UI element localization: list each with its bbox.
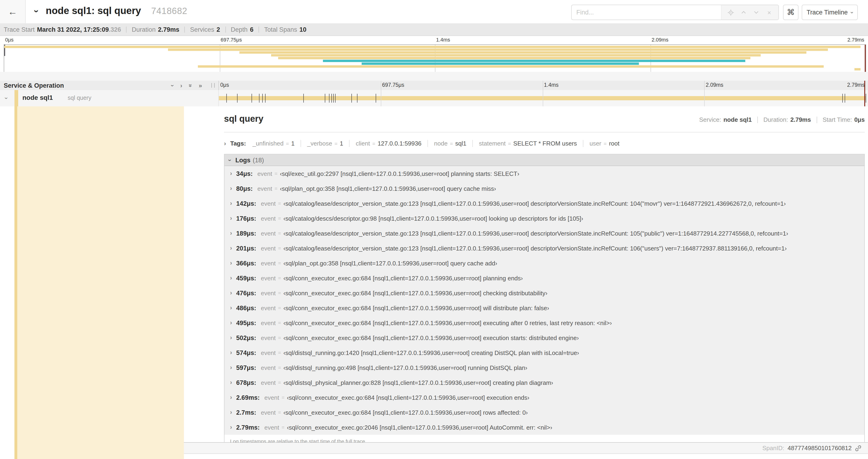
log-row[interactable]: ›201μs:event=‹sql/catalog/lease/descript… [224, 241, 864, 256]
service-operation-label: Service & Operation [4, 82, 172, 89]
summary-item-value: March 31 2022, 17:25:09 [37, 26, 109, 33]
log-event-tick [843, 94, 843, 103]
log-row[interactable]: ›678μs:event=‹sql/distsql_physical_plann… [224, 375, 864, 390]
log-field-key: event [261, 379, 276, 386]
detail-left-gutter [17, 106, 184, 459]
detail-span-stats: Service:node sql1Duration:2.79msStart Ti… [699, 116, 865, 123]
trace-collapse-chevron-icon[interactable]: › [31, 6, 41, 16]
service-operation-header: Service & Operation › › » » [0, 81, 219, 90]
log-row[interactable]: ›142μs:event=‹sql/catalog/lease/descript… [224, 196, 864, 211]
minimap-canvas[interactable] [4, 44, 866, 72]
log-row[interactable]: ›597μs:event=‹sql/distsql_running.go:498… [224, 360, 864, 375]
tag-equals: = [334, 141, 337, 146]
stats-divider [816, 117, 817, 123]
log-field-equals: = [278, 290, 281, 296]
log-field-equals: = [278, 365, 281, 370]
log-field-equals: = [278, 275, 281, 281]
log-field-key: event [261, 364, 276, 371]
tag-key: statement [479, 140, 506, 147]
span-row-name-cell[interactable]: › node sql1 sql query [0, 90, 219, 106]
log-field-equals: = [275, 186, 278, 191]
log-row[interactable]: ›486μs:event=‹sql/conn_executor_exec.go:… [224, 300, 864, 315]
log-field-value: ‹sql/plan_opt.go:358 [nsql1,client=127.0… [283, 260, 497, 267]
log-row-chevron-icon: › [230, 200, 232, 207]
log-field-key: event [261, 289, 276, 296]
view-selector-button[interactable]: Trace Timeline › [802, 5, 858, 20]
log-field-key: event [261, 274, 276, 282]
log-row[interactable]: ›189μs:event=‹sql/catalog/lease/descript… [224, 226, 864, 241]
minimap-span-bar [362, 63, 639, 65]
page-title: node sql1: sql query [46, 5, 141, 16]
find-next-icon[interactable] [753, 9, 760, 16]
back-button[interactable]: ← [0, 0, 26, 23]
locate-icon[interactable] [727, 9, 734, 16]
log-field-equals: = [278, 380, 281, 385]
log-field-key: event [261, 215, 276, 222]
log-row[interactable]: ›476μs:event=‹sql/conn_executor_exec.go:… [224, 286, 864, 300]
timeline-gridline [705, 81, 705, 90]
tag-divider [301, 140, 301, 147]
log-event-tick [226, 94, 227, 103]
log-row[interactable]: ›2.7ms:event=‹sql/conn_executor_exec.go:… [224, 405, 864, 420]
tags-chevron-icon: › [224, 140, 226, 147]
tag-item: _verbose=1 [307, 140, 343, 147]
tag-divider [583, 140, 583, 147]
log-row-chevron-icon: › [230, 230, 232, 236]
graph-end-marker [864, 90, 865, 106]
log-event-tick [376, 94, 376, 103]
log-field-value: ‹sql/catalog/lease/descriptor_version_st… [283, 200, 786, 207]
logs-count: (18) [253, 157, 264, 163]
timeline-gridline [542, 81, 543, 90]
log-row-chevron-icon: › [230, 290, 232, 296]
keyboard-shortcuts-button[interactable]: ⌘ [783, 5, 799, 20]
log-field-key: event [261, 349, 276, 356]
find-input[interactable] [572, 5, 721, 20]
tag-value: SELECT * FROM users [513, 140, 577, 147]
find-clear-icon[interactable]: × [766, 9, 773, 16]
log-row[interactable]: ›2.79ms:event=‹sql/conn_executor_exec.go… [224, 420, 864, 435]
collapse-one-icon[interactable]: › [169, 85, 176, 87]
log-row[interactable]: ›80μs:event=‹sql/plan_opt.go:358 [nsql1,… [224, 181, 864, 196]
log-row-chevron-icon: › [230, 349, 232, 356]
tag-equals: = [603, 141, 607, 146]
log-row[interactable]: ›176μs:event=‹sql/catalog/descs/descript… [224, 211, 864, 226]
log-row[interactable]: ›366μs:event=‹sql/plan_opt.go:358 [nsql1… [224, 256, 864, 270]
find-prev-icon[interactable] [740, 9, 747, 16]
deep-link-icon[interactable] [855, 445, 862, 451]
span-row-graph-cell[interactable] [219, 90, 866, 106]
log-row[interactable]: ›495μs:event=‹sql/conn_executor_exec.go:… [224, 315, 864, 330]
tag-equals: = [286, 141, 289, 146]
tags-row[interactable]: › Tags: _unfinished=1_verbose=1client=12… [224, 137, 865, 149]
log-field-equals: = [275, 171, 278, 176]
log-time: 486μs: [236, 304, 256, 312]
log-event-tick [329, 94, 329, 103]
log-row[interactable]: ›502μs:event=‹sql/conn_executor_exec.go:… [224, 330, 864, 345]
log-row-chevron-icon: › [230, 305, 232, 311]
log-time: 2.69ms: [236, 394, 260, 401]
expand-one-icon[interactable]: › [180, 82, 182, 89]
log-time: 201μs: [236, 245, 256, 252]
logs-header[interactable]: › Logs (18) [224, 154, 864, 166]
log-row[interactable]: ›459μs:event=‹sql/conn_executor_exec.go:… [224, 270, 864, 286]
expand-all-icon[interactable]: » [199, 82, 202, 89]
timeline-tick-label: 2.09ms [706, 82, 723, 88]
log-field-value: ‹sql/distsql_physical_planner.go:828 [ns… [283, 379, 553, 386]
collapse-all-icon[interactable]: » [187, 84, 194, 87]
log-time: 34μs: [236, 170, 253, 177]
log-field-value: ‹sql/distsql_running.go:498 [nsql1,clien… [283, 364, 527, 371]
timeline-gridline [705, 90, 705, 106]
tag-equals: = [372, 141, 375, 146]
tag-item: client=127.0.0.1:59936 [356, 140, 422, 147]
log-event-tick [303, 94, 304, 103]
timeline-gridline [381, 90, 381, 106]
log-row[interactable]: ›2.69ms:event=‹sql/conn_executor_exec.go… [224, 390, 864, 405]
column-resizer-handle[interactable] [211, 83, 215, 88]
log-row[interactable]: ›574μs:event=‹sql/distsql_running.go:142… [224, 345, 864, 360]
span-collapse-chevron-icon: › [3, 97, 10, 99]
log-field-key: event [265, 424, 279, 431]
log-row[interactable]: ›34μs:event=‹sql/exec_util.go:2297 [nsql… [224, 166, 864, 181]
log-event-tick [335, 94, 335, 103]
tag-divider [349, 140, 350, 147]
log-row-chevron-icon: › [230, 364, 232, 371]
minimap-span-bar [168, 48, 828, 51]
